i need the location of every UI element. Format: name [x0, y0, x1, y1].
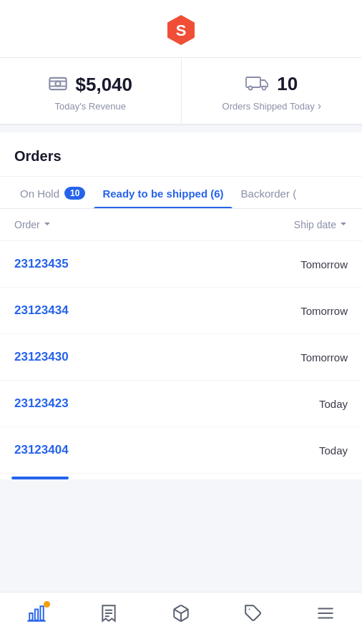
bar-chart-icon [27, 604, 46, 625]
order-number: 23123423 [14, 396, 69, 411]
tag-icon [244, 604, 263, 625]
tab-backorder-label: Backorder ( [241, 187, 297, 200]
order-number: 23123435 [14, 257, 69, 271]
nav-item-orders[interactable] [16, 600, 57, 630]
order-col-header[interactable]: Order [14, 219, 52, 230]
app-header: S [0, 0, 362, 58]
table-header: Order Ship date [0, 209, 362, 241]
tabs-bar: On Hold 10 Ready to be shipped (6) Backo… [0, 177, 362, 209]
content-area: Orders On Hold 10 Ready to be shipped (6… [0, 132, 362, 537]
revenue-label: Today's Revenue [55, 101, 126, 112]
svg-text:S: S [176, 21, 187, 39]
order-number: 23123430 [14, 350, 69, 364]
shipped-value: 10 [277, 73, 298, 95]
svg-rect-4 [246, 77, 260, 87]
ship-date: Tomorrow [300, 305, 348, 317]
truck-icon [245, 72, 270, 95]
nav-item-receipt[interactable] [88, 600, 129, 630]
svg-point-6 [263, 87, 266, 90]
date-col-header[interactable]: Ship date [294, 219, 348, 230]
date-sort-icon [339, 219, 348, 230]
date-col-label: Ship date [294, 219, 336, 230]
ship-date: Tomorrow [300, 351, 348, 364]
svg-rect-7 [29, 613, 32, 620]
order-col-label: Order [14, 219, 40, 230]
box-icon [172, 604, 190, 625]
app-logo: S [164, 13, 198, 47]
nav-item-box[interactable] [160, 600, 202, 630]
orders-list: 23123435 Tomorrow 23123434 Tomorrow 2312… [0, 241, 362, 474]
table-row[interactable]: 23123404 Today [0, 427, 362, 474]
svg-point-3 [56, 81, 61, 86]
receipt-icon [99, 604, 118, 625]
ship-date: Today [319, 398, 348, 410]
svg-rect-8 [34, 610, 37, 620]
tab-ready[interactable]: Ready to be shipped (6) [94, 177, 232, 208]
svg-rect-2 [50, 77, 67, 89]
ship-date: Tomorrow [300, 258, 348, 270]
shipped-card[interactable]: 10 Orders Shipped Today › [182, 58, 363, 124]
scroll-indicator [11, 477, 69, 479]
dollar-icon [48, 74, 68, 97]
table-row[interactable]: 23123423 Today [0, 381, 362, 427]
svg-rect-9 [40, 606, 43, 620]
order-sort-icon [43, 219, 52, 230]
on-hold-badge: 10 [64, 187, 85, 200]
shipped-label: Orders Shipped Today [222, 101, 315, 112]
order-number: 23123434 [14, 303, 69, 318]
nav-item-tag[interactable] [233, 600, 274, 630]
tab-on-hold-label: On Hold [20, 187, 59, 200]
nav-item-menu[interactable] [305, 600, 346, 630]
order-number: 23123404 [14, 443, 69, 457]
table-row[interactable]: 23123435 Tomorrow [0, 241, 362, 288]
shipped-arrow: › [318, 99, 321, 112]
menu-icon [316, 604, 335, 625]
revenue-card[interactable]: $5,040 Today's Revenue [0, 58, 182, 124]
orders-section: Orders On Hold 10 Ready to be shipped (6… [0, 132, 362, 479]
svg-point-5 [249, 87, 253, 90]
table-row[interactable]: 23123434 Tomorrow [0, 288, 362, 334]
ship-date: Today [319, 444, 348, 457]
tab-on-hold[interactable]: On Hold 10 [11, 177, 94, 208]
tab-ready-label: Ready to be shipped (6) [102, 187, 223, 200]
orders-title: Orders [0, 132, 362, 177]
nav-notification-dot [44, 601, 50, 608]
bottom-nav [0, 592, 362, 644]
revenue-value: $5,040 [75, 74, 132, 96]
stats-row: $5,040 Today's Revenue 10 Orders Shipped… [0, 58, 362, 125]
table-row[interactable]: 23123430 Tomorrow [0, 334, 362, 381]
tab-backorder[interactable]: Backorder ( [233, 177, 305, 208]
